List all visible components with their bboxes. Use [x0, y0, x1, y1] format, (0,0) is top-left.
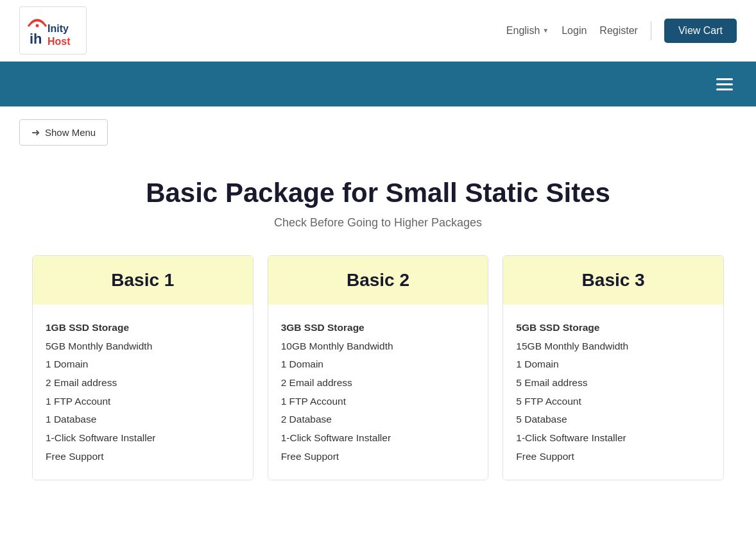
svg-text:ih: ih — [30, 31, 42, 47]
show-menu-section: ➜ Show Menu — [0, 106, 756, 158]
arrow-right-icon: ➜ — [31, 126, 40, 139]
list-item: 1 Domain — [46, 355, 240, 374]
hamburger-line-3 — [716, 89, 733, 90]
page-title-section: Basic Package for Small Static Sites Che… — [0, 158, 756, 255]
package-body-1: 1GB SSD Storage5GB Monthly Bandwidth1 Do… — [33, 305, 253, 480]
list-item: Free Support — [516, 448, 710, 466]
show-menu-label: Show Menu — [45, 127, 96, 138]
page-subtitle: Check Before Going to Higher Packages — [13, 216, 743, 230]
package-body-2: 3GB SSD Storage10GB Monthly Bandwidth1 D… — [268, 305, 488, 480]
nav-divider — [651, 21, 651, 40]
page-title: Basic Package for Small Static Sites — [13, 178, 743, 208]
logo-container: ih Inity Host — [19, 6, 87, 55]
hamburger-line-2 — [716, 83, 733, 85]
login-link[interactable]: Login — [562, 25, 587, 37]
list-item: 5GB Monthly Bandwidth — [46, 337, 240, 356]
packages-grid: Basic 11GB SSD Storage5GB Monthly Bandwi… — [32, 255, 724, 480]
hamburger-menu-button[interactable] — [712, 74, 737, 94]
list-item: 1-Click Software Installer — [46, 429, 240, 448]
package-body-3: 5GB SSD Storage15GB Monthly Bandwidth1 D… — [503, 305, 723, 480]
package-name-1: Basic 1 — [46, 270, 240, 291]
package-card-2: Basic 23GB SSD Storage10GB Monthly Bandw… — [268, 255, 489, 480]
list-item: 3GB SSD Storage — [281, 319, 476, 337]
list-item: Free Support — [281, 448, 476, 466]
packages-section: Basic 11GB SSD Storage5GB Monthly Bandwi… — [0, 255, 756, 506]
list-item: 1 FTP Account — [281, 392, 476, 411]
list-item: 1-Click Software Installer — [516, 429, 710, 448]
register-link[interactable]: Register — [599, 25, 638, 37]
hamburger-line-1 — [716, 78, 733, 80]
package-header-2: Basic 2 — [268, 256, 488, 305]
package-name-3: Basic 3 — [516, 270, 710, 291]
language-selector[interactable]: English ▼ — [506, 25, 549, 37]
list-item: 2 Email address — [46, 374, 240, 392]
svg-text:Inity: Inity — [47, 23, 69, 34]
language-label: English — [506, 25, 540, 37]
list-item: 1 Domain — [516, 355, 710, 374]
logo-svg: ih Inity Host — [24, 12, 82, 50]
package-name-2: Basic 2 — [281, 270, 476, 291]
svg-point-0 — [35, 24, 39, 27]
list-item: 1 Database — [46, 410, 240, 429]
list-item: 1 Domain — [281, 355, 476, 374]
list-item: Free Support — [46, 448, 240, 466]
package-card-3: Basic 35GB SSD Storage15GB Monthly Bandw… — [503, 255, 724, 480]
list-item: 10GB Monthly Bandwidth — [281, 337, 476, 356]
list-item: 1GB SSD Storage — [46, 319, 240, 337]
list-item: 5GB SSD Storage — [516, 319, 710, 337]
logo-box: ih Inity Host — [19, 6, 87, 55]
chevron-down-icon: ▼ — [542, 27, 549, 34]
package-header-1: Basic 1 — [33, 256, 253, 305]
list-item: 15GB Monthly Bandwidth — [516, 337, 710, 356]
package-card-1: Basic 11GB SSD Storage5GB Monthly Bandwi… — [32, 255, 253, 480]
show-menu-button[interactable]: ➜ Show Menu — [19, 119, 108, 146]
svg-text:Host: Host — [47, 36, 71, 47]
list-item: 1 FTP Account — [46, 392, 240, 411]
navigation-bar — [0, 62, 756, 106]
list-item: 2 Database — [281, 410, 476, 429]
list-item: 5 FTP Account — [516, 392, 710, 411]
header-nav: English ▼ Login Register View Cart — [506, 19, 737, 43]
view-cart-button[interactable]: View Cart — [664, 19, 737, 43]
list-item: 1-Click Software Installer — [281, 429, 476, 448]
list-item: 5 Email address — [516, 374, 710, 392]
site-header: ih Inity Host English ▼ Login Register V… — [0, 0, 756, 62]
list-item: 5 Database — [516, 410, 710, 429]
package-header-3: Basic 3 — [503, 256, 723, 305]
list-item: 2 Email address — [281, 374, 476, 392]
